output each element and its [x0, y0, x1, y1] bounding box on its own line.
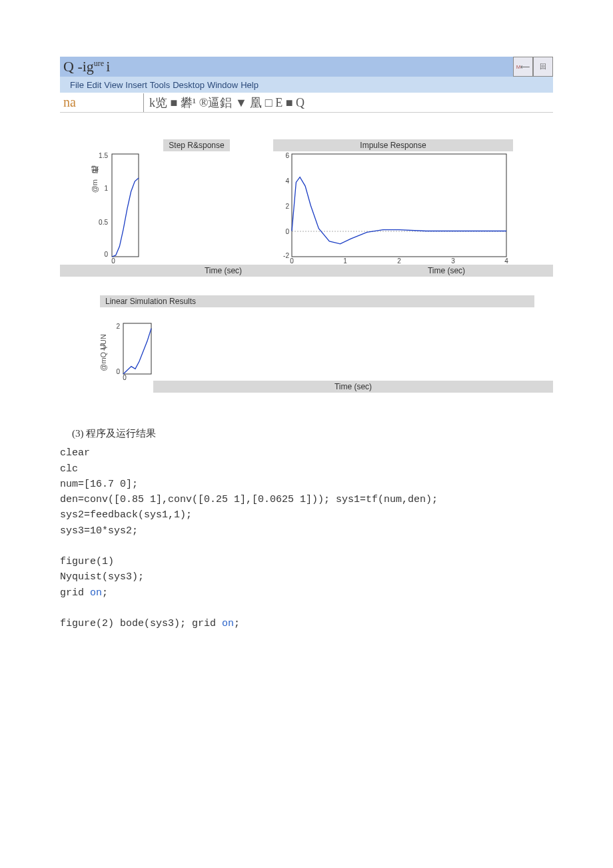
- svg-text:0: 0: [290, 257, 294, 265]
- svg-text:1: 1: [104, 185, 108, 192]
- chart-linear-simulation: @m七Q UUN 2 0 0 Time (sec): [60, 321, 553, 393]
- svg-text:-2: -2: [283, 252, 289, 259]
- xlabel-bar-left-pad: [60, 265, 127, 277]
- chart-svg: 1.5 1 0.5 0 0: [60, 151, 253, 265]
- chart-title: Impulse Response: [273, 139, 513, 151]
- window-title: Q -igure i: [60, 58, 110, 75]
- chart-impulse-response: Impulse Response 6 4 2 0 -2 0 1 2 3 4: [273, 139, 513, 265]
- code-heading: (3) 程序及运行结果: [72, 426, 553, 441]
- toolbar-icons[interactable]: k览 ■ 礬¹ ®逼鋁 ▼ 凰 □ E ■ Q: [144, 95, 305, 111]
- menu-file[interactable]: File: [70, 80, 84, 90]
- svg-text:4: 4: [504, 257, 508, 265]
- svg-text:2: 2: [397, 257, 401, 265]
- ylabel-linsim: @m七Q UUN: [99, 334, 109, 371]
- svg-text:0: 0: [123, 374, 127, 381]
- menu-desktop[interactable]: Desktop: [173, 80, 205, 90]
- svg-text:2: 2: [116, 323, 120, 330]
- window-titlebar: Q -igure i M⟵ 回: [60, 57, 553, 77]
- chart-svg: 6 4 2 0 -2 0 1 2 3 4: [273, 151, 513, 265]
- svg-text:4: 4: [285, 177, 289, 185]
- xlabel-step: Time (sec): [127, 265, 320, 277]
- toolbar-left-label: na: [60, 95, 143, 110]
- menu-tools[interactable]: Tools: [150, 80, 170, 90]
- svg-text:1: 1: [343, 257, 347, 265]
- svg-text:0: 0: [285, 228, 289, 235]
- svg-rect-7: [292, 154, 506, 257]
- xlabel-linsim: Time (sec): [153, 381, 553, 393]
- menu-insert[interactable]: Insert: [125, 80, 147, 90]
- code-section: (3) 程序及运行结果 clear clc num=[16.7 0]; den=…: [60, 426, 553, 631]
- svg-text:3: 3: [451, 257, 455, 265]
- svg-text:6: 6: [285, 152, 289, 159]
- chart-svg: 2 0 0: [100, 321, 233, 381]
- svg-text:2: 2: [285, 203, 289, 210]
- svg-text:0: 0: [116, 368, 120, 375]
- code-body: clear clc num=[16.7 0]; den=conv([0.85 1…: [60, 445, 553, 631]
- minimize-button[interactable]: M⟵: [513, 57, 533, 77]
- svg-text:0: 0: [104, 251, 108, 258]
- menu-view[interactable]: View: [104, 80, 123, 90]
- maximize-button[interactable]: 回: [533, 57, 553, 77]
- svg-text:0.5: 0.5: [99, 219, 108, 226]
- chart-title-linsim: Linear Simulation Results: [100, 295, 201, 307]
- ylabel: @m七已好: [90, 179, 100, 193]
- menu-edit[interactable]: Edit: [87, 80, 101, 90]
- svg-rect-20: [123, 323, 151, 374]
- svg-text:0: 0: [111, 257, 115, 265]
- menu-window[interactable]: Window: [207, 80, 238, 90]
- xlabel-impulse: Time (sec): [340, 265, 553, 277]
- toolbar: na k览 ■ 礬¹ ®逼鋁 ▼ 凰 □ E ■ Q: [60, 93, 553, 113]
- menubar: File Edit View Insert Tools Desktop Wind…: [60, 77, 553, 93]
- chart-title: Step R&sponse: [163, 139, 229, 151]
- chart-step-response: Step R&sponse @m七已好 1.5 1 0.5 0 0: [60, 139, 253, 265]
- svg-rect-1: [112, 154, 139, 257]
- menu-help[interactable]: Help: [241, 80, 259, 90]
- svg-text:1.5: 1.5: [99, 152, 108, 159]
